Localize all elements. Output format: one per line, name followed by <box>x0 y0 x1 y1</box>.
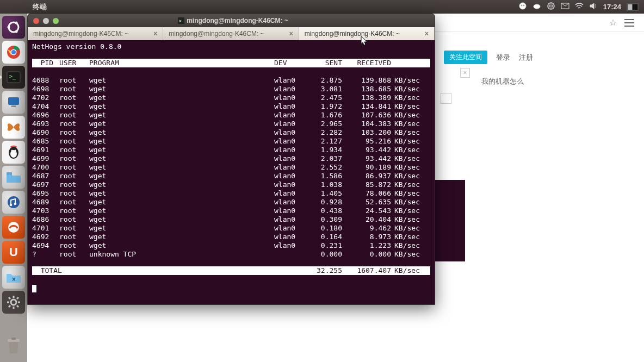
svg-point-9 <box>15 30 18 33</box>
clock[interactable]: 17:24 <box>603 3 621 11</box>
terminal-tab[interactable]: mingdong@mingdong-K46CM: ~× <box>28 27 163 40</box>
terminal-tab[interactable]: mingdong@mingdong-K46CM: ~× <box>163 27 299 40</box>
audio-player-icon[interactable] <box>2 191 25 214</box>
terminal-tabs: mingdong@mingdong-K46CM: ~× mingdong@min… <box>28 27 435 40</box>
virtualbox-icon[interactable] <box>2 91 25 114</box>
svg-text:>_: >_ <box>9 73 16 80</box>
freemind-icon[interactable] <box>2 116 25 139</box>
window-close-icon[interactable] <box>33 18 39 24</box>
tab-close-icon[interactable]: × <box>289 30 293 38</box>
close-notice-icon[interactable]: × <box>460 68 470 78</box>
browser-menu-icon[interactable] <box>624 19 634 27</box>
svg-point-19 <box>11 150 13 152</box>
svg-point-0 <box>519 3 526 9</box>
svg-point-27 <box>11 299 16 305</box>
active-app-name: 终端 <box>33 2 47 12</box>
svg-point-12 <box>11 50 16 54</box>
terminal-tab[interactable]: mingdong@mingdong-K46CM: ~× <box>299 27 435 40</box>
mail-tray-icon[interactable] <box>561 2 569 12</box>
follow-space-button[interactable]: 关注此空间 <box>444 51 487 64</box>
trash-icon[interactable] <box>2 335 25 358</box>
svg-line-34 <box>17 297 18 299</box>
svg-point-20 <box>15 150 16 152</box>
svg-line-33 <box>17 305 18 307</box>
running-indicator-icon <box>0 74 2 80</box>
svg-point-23 <box>10 204 13 207</box>
terminal-output[interactable]: NetHogs version 0.8.0 PIDUSERPROGRAMDEVS… <box>28 40 435 304</box>
tab-close-icon[interactable]: × <box>153 30 157 38</box>
svg-rect-16 <box>11 105 16 107</box>
register-link[interactable]: 注册 <box>519 53 533 63</box>
svg-rect-37 <box>11 338 16 340</box>
svg-rect-15 <box>8 97 19 105</box>
svg-line-35 <box>9 305 10 307</box>
input-box[interactable] <box>441 93 451 104</box>
files-icon[interactable] <box>2 166 25 189</box>
software-center-icon[interactable]: U <box>2 241 25 264</box>
svg-point-24 <box>14 203 17 205</box>
tab-label: mingdong@mingdong-K46CM: ~ <box>33 30 128 38</box>
window-titlebar[interactable]: > mingdong@mingdong-K46CM: ~ <box>28 14 435 27</box>
chrome-icon[interactable] <box>2 41 25 64</box>
login-link[interactable]: 登录 <box>496 53 510 63</box>
terminal-icon[interactable]: >_ <box>2 66 25 89</box>
svg-point-18 <box>10 150 17 158</box>
cloud-tray-icon[interactable] <box>532 2 541 12</box>
file-manager-icon[interactable]: × <box>2 266 25 289</box>
volume-tray-icon[interactable] <box>589 2 598 12</box>
svg-text:×: × <box>12 276 16 283</box>
window-maximize-icon[interactable] <box>53 18 59 24</box>
svg-point-8 <box>15 22 18 24</box>
wifi-tray-icon[interactable] <box>575 2 584 12</box>
qq-tray-icon[interactable] <box>518 2 527 12</box>
svg-point-1 <box>521 5 522 6</box>
terminal-window: > mingdong@mingdong-K46CM: ~ mingdong@mi… <box>27 14 435 305</box>
svg-point-2 <box>523 5 524 6</box>
top-panel: 终端 17:24 <box>0 0 644 14</box>
question-title: 我的机器怎么 <box>481 77 524 86</box>
system-settings-icon[interactable] <box>2 291 25 314</box>
svg-line-32 <box>9 297 10 299</box>
svg-rect-21 <box>7 172 12 175</box>
svg-point-22 <box>8 196 20 208</box>
unity-launcher: >_ U × <box>0 14 27 362</box>
bookmark-star-icon[interactable]: ☆ <box>609 17 617 28</box>
qq-icon[interactable] <box>2 141 25 164</box>
tab-label: mingdong@mingdong-K46CM: ~ <box>305 30 400 38</box>
workspace-switcher[interactable] <box>627 3 639 11</box>
terminal-title-icon: > <box>178 17 184 24</box>
ubuntu-one-icon[interactable] <box>2 216 25 239</box>
dash-home-icon[interactable] <box>2 16 25 39</box>
svg-point-3 <box>534 4 540 9</box>
globe-tray-icon[interactable] <box>547 2 555 12</box>
system-tray: 17:24 <box>518 2 644 12</box>
svg-point-7 <box>8 26 10 29</box>
tab-close-icon[interactable]: × <box>425 30 429 38</box>
svg-text:>: > <box>179 18 182 23</box>
window-minimize-icon[interactable] <box>43 18 49 24</box>
window-title: mingdong@mingdong-K46CM: ~ <box>187 17 288 24</box>
tab-label: mingdong@mingdong-K46CM: ~ <box>169 30 264 38</box>
